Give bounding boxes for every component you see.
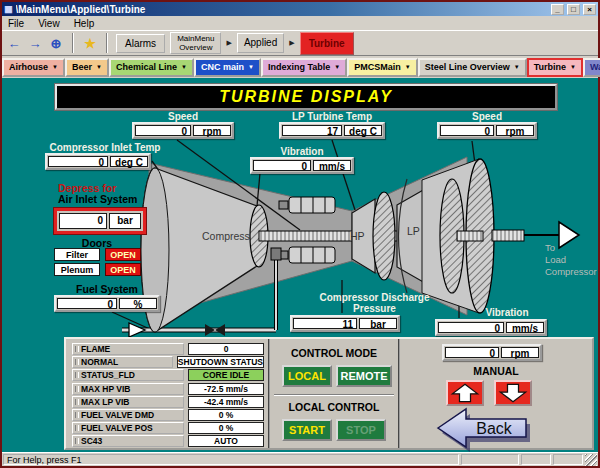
manual-section: 0 rpm MANUAL Back [400,339,592,448]
chevron-down-icon: ▼ [52,64,58,70]
manual-decrease-button[interactable] [494,380,532,406]
nav-tab-indexing-table[interactable]: Indexing Table▼ [261,58,347,77]
svg-text:Load: Load [545,254,566,265]
table-row: FUEL VALVE POS0 % [72,422,264,434]
door-name: Filter [54,248,100,261]
nav-tab-chemical-line[interactable]: Chemical Line▼ [109,58,194,77]
speed-lp-unit: rpm [496,125,534,136]
breadcrumb-arrow-icon: ▶ [226,39,231,47]
status-bar-cell [461,454,519,465]
toolbar-separator [106,33,108,53]
table-row-label: STATUS_FLD [72,369,184,381]
lp-label: LP [407,225,420,237]
close-button[interactable]: × [583,4,596,15]
vibration-lp-label: Vibration [457,307,557,318]
menu-item-view[interactable]: View [38,18,60,29]
nav-tab-label: Steel Line Overview [425,62,510,72]
local-button[interactable]: LOCAL [282,365,332,387]
section-divider [274,394,394,396]
page-title: TURBINE DISPLAY [219,88,393,106]
nav-tab-airhouse[interactable]: Airhouse▼ [2,58,65,77]
valve-icon [205,324,215,336]
cdp-indicator: 11 bar [290,315,400,332]
fuel-system-value: 0 [57,298,117,309]
vibration-lp-value: 0 [438,322,504,333]
fuel-system-indicator: 0 % [54,295,160,312]
stop-button[interactable]: STOP [336,419,386,441]
breadcrumb-applied[interactable]: Applied [237,33,284,53]
speed-lp-label: Speed [437,111,537,122]
window-title: \MainMenu\Applied\Turbine [16,4,548,15]
table-row: STATUS_FLDCORE IDLE [72,369,264,381]
nav-tab-beer[interactable]: Beer▼ [65,58,109,77]
manual-speed-value: 0 [445,347,499,358]
manual-increase-button[interactable] [446,380,484,406]
minimize-button[interactable]: _ [551,4,564,15]
favorites-star-icon[interactable]: ★ [82,36,98,51]
table-row-value: SHUTDOWN STATUS [177,356,264,368]
chevron-down-icon: ▼ [570,64,576,70]
air-inlet-value: 0 [59,213,107,229]
breadcrumb-mainmenu-overview[interactable]: MainMenu Overview [170,32,221,54]
nav-tab-turbine[interactable]: Turbine▼ [527,58,583,77]
table-row-label: SC43 [72,435,184,447]
nav-tab-label: Chemical Line [116,62,177,72]
lp-temp-indicator: 17 deg C [279,122,385,139]
table-row-label: NORMAL [72,356,173,368]
nav-tab-water-delivery[interactable]: Water Delivery▼ [583,58,600,77]
status-bar-text: For Help, press F1 [3,454,459,465]
nav-tab-steel-line-overview[interactable]: Steel Line Overview▼ [418,58,527,77]
cdp-label-line2: Pressure [353,303,396,314]
manual-speed-indicator: 0 rpm [442,344,542,361]
status-bar-cell [521,454,551,465]
toolbar: ← → ⊕ ★ Alarms MainMenu Overview ▶ Appli… [2,30,598,56]
fuel-system-unit: % [119,298,157,309]
bottom-control-panel: FLAME0NORMALSHUTDOWN STATUSSTATUS_FLDCOR… [64,337,594,450]
control-mode-title: CONTROL MODE [270,347,398,359]
app-icon: ▦ [4,4,13,14]
air-inlet-indicator[interactable]: 0 bar [54,208,146,234]
vibration-hp-indicator: 0 mm/s [250,157,354,174]
table-row: SC43AUTO [72,435,264,447]
forward-nav-icon[interactable]: → [27,36,43,51]
menu-bar: FileViewHelp [2,16,598,30]
chevron-down-icon: ▼ [334,64,340,70]
turbine-screen: TURBINE DISPLAY [2,78,598,452]
table-row-label: FLAME [72,343,184,355]
table-row-value: 0 [188,343,264,355]
alarms-button[interactable]: Alarms [116,34,165,53]
breadcrumb-line1: MainMenu [177,34,214,43]
nav-tab-label: Airhouse [9,62,48,72]
remote-button[interactable]: REMOTE [336,365,392,387]
nav-tab-cnc-main[interactable]: CNC main▼ [194,58,261,77]
lp-temp-value: 17 [282,125,342,136]
status-bar-cell [553,454,583,465]
menu-item-file[interactable]: File [8,18,24,29]
table-row-label: MAX HP VIB [72,383,184,395]
maximize-button[interactable]: □ [567,4,580,15]
nav-tab-label: Water Delivery [590,62,600,72]
hp-label: HP [350,230,365,242]
table-row: MAX LP VIB-42.4 mm/s [72,396,264,408]
resize-grip[interactable] [585,454,597,466]
back-nav-icon[interactable]: ← [6,36,22,51]
chevron-down-icon: ▼ [181,64,187,70]
table-row-value: 0 % [188,409,264,421]
cdp-label: Compressor Discharge Pressure [292,292,457,314]
menu-item-help[interactable]: Help [74,18,95,29]
chevron-down-icon: ▼ [248,64,254,70]
start-button[interactable]: START [282,419,332,441]
nav-tab-label: Beer [72,62,92,72]
lp-temp-label: LP Turbine Temp [279,111,385,122]
breadcrumb-turbine-active[interactable]: Turbine [300,32,354,55]
back-button[interactable]: Back [432,405,538,452]
door-state-badge: OPEN [105,263,141,276]
web-icon[interactable]: ⊕ [48,36,64,51]
nav-tab-pmcsmain[interactable]: PMCSMain▼ [347,58,417,77]
chevron-down-icon: ▼ [405,64,411,70]
table-row: MAX HP VIB-72.5 mm/s [72,383,264,395]
table-row: FUEL VALVE DMD0 % [72,409,264,421]
speed-lp-value: 0 [440,125,494,136]
comp-inlet-temp-indicator: 0 deg C [45,153,151,170]
hp-turbine-section: HP [350,192,395,280]
